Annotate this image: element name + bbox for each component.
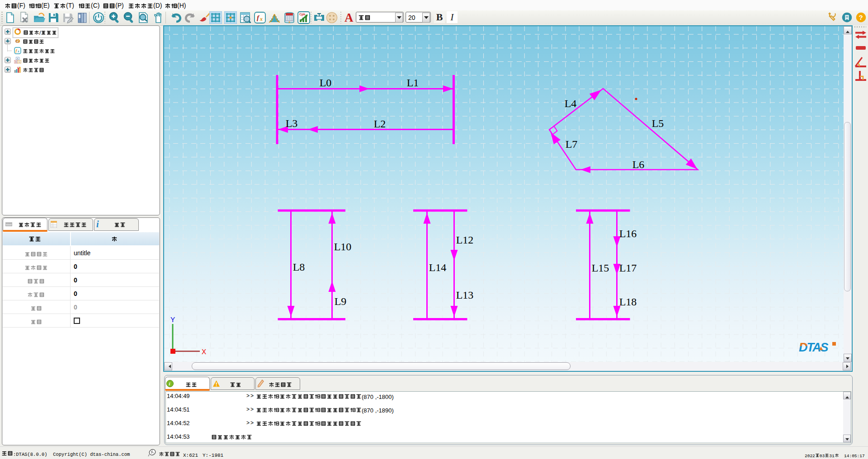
svg-text:L3: L3 bbox=[286, 117, 298, 129]
svg-text:L6: L6 bbox=[632, 159, 645, 170]
svg-text:L0: L0 bbox=[320, 77, 332, 89]
svg-text:L2: L2 bbox=[374, 118, 386, 130]
svg-text:L4: L4 bbox=[565, 98, 577, 109]
svg-text:X: X bbox=[202, 348, 206, 356]
svg-text:L14: L14 bbox=[429, 262, 447, 273]
svg-text:L9: L9 bbox=[335, 295, 347, 307]
svg-text:L10: L10 bbox=[334, 241, 352, 253]
svg-text:L12: L12 bbox=[456, 234, 474, 246]
svg-text:L17: L17 bbox=[619, 262, 637, 274]
svg-text:L1: L1 bbox=[407, 77, 419, 89]
svg-text:L18: L18 bbox=[619, 296, 637, 308]
svg-text:Cpk: Cpk bbox=[299, 13, 305, 16]
svg-text:L5: L5 bbox=[652, 117, 664, 129]
svg-text:Y: Y bbox=[170, 316, 175, 324]
svg-text:L7: L7 bbox=[566, 138, 578, 150]
svg-text:L15: L15 bbox=[592, 262, 609, 274]
svg-text:x: x bbox=[259, 16, 263, 22]
svg-text:L13: L13 bbox=[456, 289, 474, 301]
svg-text:L8: L8 bbox=[293, 261, 305, 273]
svg-text:?: ? bbox=[859, 14, 863, 21]
svg-text:L16: L16 bbox=[619, 228, 637, 239]
